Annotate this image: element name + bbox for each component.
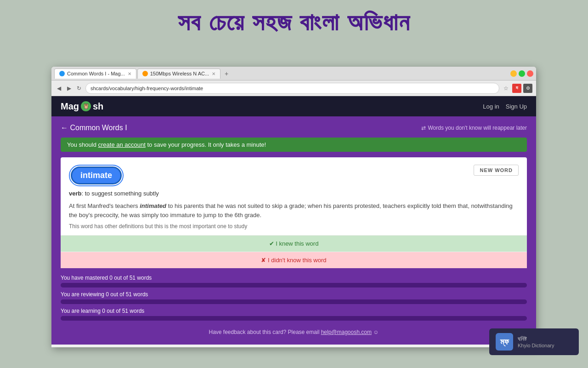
- address-bar: ◀ ▶ ↻ ☆ म ⚙: [51, 80, 536, 96]
- nav-right: Log in Sign Up: [483, 103, 527, 110]
- tab-active[interactable]: Common Words I - Mag... ✕: [54, 69, 136, 79]
- word-display: intimate: [71, 167, 122, 184]
- reviewing-bar-bg: [61, 299, 527, 304]
- maximize-button[interactable]: [519, 70, 525, 77]
- feedback-bar: Have feedback about this card? Please em…: [61, 324, 527, 337]
- khyio-widget[interactable]: ম্ফ ঘনিষ্ট Khyio Dictionary: [489, 328, 579, 355]
- close-button[interactable]: [527, 70, 533, 77]
- main-content: ← Common Words I ⇄ Words you don't know …: [51, 116, 536, 345]
- login-link[interactable]: Log in: [483, 103, 499, 110]
- browser-window: Common Words I - Mag... ✕ 150Mbps Wirele…: [51, 67, 536, 347]
- tab-inactive[interactable]: 150Mbps Wireless N AC... ✕: [137, 69, 220, 79]
- bookmark-icon[interactable]: ☆: [502, 85, 509, 92]
- signup-link[interactable]: Sign Up: [506, 103, 527, 110]
- refresh-icon[interactable]: ↻: [75, 85, 83, 92]
- feedback-emoji: ☺: [373, 329, 379, 335]
- learning-bar-bg: [61, 316, 527, 321]
- account-banner: You should create an account to save you…: [61, 138, 527, 152]
- mastered-section: You have mastered 0 out of 51 words: [61, 275, 527, 288]
- logo-owl-icon: 🦉: [81, 101, 91, 111]
- repeat-icon: ⇄: [421, 125, 426, 131]
- word-example: At first Manfred's teachers intimated to…: [69, 201, 519, 219]
- toolbar-icon-2[interactable]: ⚙: [523, 84, 532, 93]
- knew-button[interactable]: ✔ I knew this word: [61, 236, 527, 252]
- word-note: This word has other definitions but this…: [69, 223, 519, 230]
- learning-section: You are learning 0 out of 51 words: [61, 308, 527, 321]
- word-definition: verb: to suggest something subtly: [69, 190, 519, 197]
- tab-favicon: [59, 71, 65, 76]
- breadcrumb: ← Common Words I ⇄ Words you don't know …: [61, 124, 527, 132]
- forward-icon[interactable]: ▶: [65, 85, 73, 92]
- banner-text-2: to save your progress. It only takes a m…: [146, 141, 266, 148]
- magoosh-logo: Mag 🦉 sh: [61, 101, 103, 112]
- address-input[interactable]: [85, 83, 499, 94]
- toolbar-icons: म ⚙: [512, 84, 532, 93]
- khyio-bangla: ঘনিষ্ট: [518, 335, 554, 343]
- definition-text: to suggest something subtly: [85, 190, 159, 197]
- create-account-link[interactable]: create an account: [98, 141, 145, 148]
- khyio-text: ঘনিষ্ট Khyio Dictionary: [518, 335, 554, 348]
- word-circle: intimate: [69, 165, 124, 186]
- flashcard: intimate NEW WORD verb: to suggest somet…: [61, 157, 527, 268]
- tab-close-1[interactable]: ✕: [128, 71, 131, 76]
- back-icon[interactable]: ◀: [55, 85, 62, 92]
- word-italic: intimated: [140, 202, 166, 209]
- didnt-know-button[interactable]: ✘ I didn't know this word: [61, 252, 527, 268]
- bengali-title: সব চেয়ে সহজ বাংলা অভিধান: [0, 0, 588, 43]
- learning-label: You are learning 0 out of 51 words: [61, 308, 527, 314]
- mastered-label: You have mastered 0 out of 51 words: [61, 275, 527, 281]
- window-controls: [510, 70, 533, 77]
- reviewing-section: You are reviewing 0 out of 51 words: [61, 291, 527, 304]
- breadcrumb-notice-text: Words you don't know will reappear later: [428, 125, 527, 131]
- card-actions: ✔ I knew this word ✘ I didn't know this …: [61, 235, 527, 268]
- tab-inactive-label: 150Mbps Wireless N AC...: [150, 71, 209, 76]
- magoosh-navbar: Mag 🦉 sh Log in Sign Up: [51, 96, 536, 116]
- khyio-name: Khyio Dictionary: [518, 343, 554, 348]
- title-bar: Common Words I - Mag... ✕ 150Mbps Wirele…: [51, 67, 536, 80]
- tab-active-label: Common Words I - Mag...: [67, 71, 125, 76]
- tab-favicon-2: [142, 71, 148, 76]
- pos-label: verb: [69, 190, 81, 197]
- mastered-bar-bg: [61, 283, 527, 288]
- khyio-icon: ম্ফ: [496, 333, 513, 351]
- flashcard-header: intimate NEW WORD: [69, 165, 519, 186]
- breadcrumb-notice: ⇄ Words you don't know will reappear lat…: [421, 125, 527, 131]
- new-word-button[interactable]: NEW WORD: [474, 165, 519, 176]
- minimize-button[interactable]: [510, 70, 517, 77]
- new-tab-button[interactable]: +: [221, 69, 232, 79]
- reviewing-label: You are reviewing 0 out of 51 words: [61, 291, 527, 298]
- feedback-text: Have feedback about this card? Please em…: [209, 329, 321, 335]
- breadcrumb-back[interactable]: ← Common Words I: [61, 124, 127, 132]
- tab-close-2[interactable]: ✕: [212, 71, 215, 76]
- feedback-email[interactable]: help@magoosh.com: [321, 329, 372, 335]
- toolbar-icon-1[interactable]: म: [512, 84, 521, 93]
- banner-text-1: You should: [67, 141, 98, 148]
